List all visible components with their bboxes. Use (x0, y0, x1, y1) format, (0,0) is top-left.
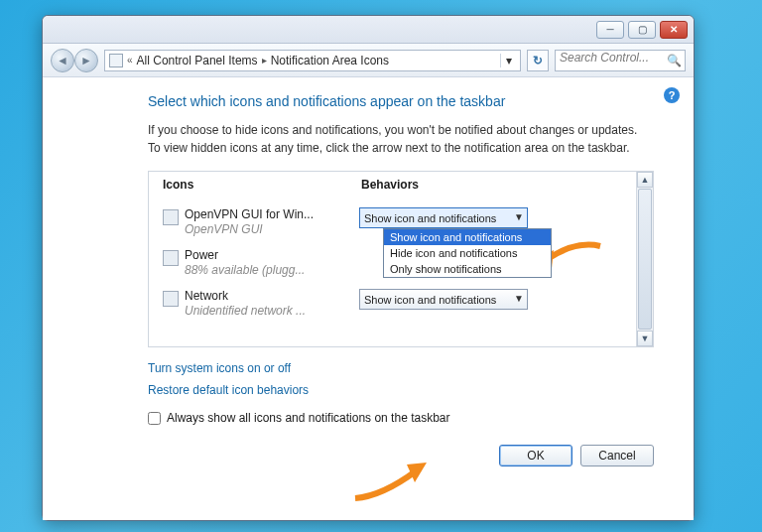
refresh-button[interactable]: ↻ (527, 50, 549, 71)
scroll-thumb[interactable] (638, 189, 652, 330)
content-pane: ? Select which icons and notifications a… (43, 77, 694, 520)
help-icon[interactable]: ? (664, 87, 680, 103)
table-row: Network Unidentified network ... Show ic… (163, 289, 624, 318)
control-panel-window: ─ ▢ ✕ ◄ ► « All Control Panel Items ▸ No… (42, 15, 695, 521)
network-icon (163, 291, 179, 307)
page-description: If you choose to hide icons and notifica… (148, 121, 644, 157)
behavior-select[interactable]: Show icon and notifications ▼ (359, 289, 528, 310)
behavior-select[interactable]: Show icon and notifications ▼ (359, 207, 528, 228)
chevron-down-icon: ▼ (514, 211, 524, 222)
power-icon (163, 250, 179, 266)
link-system-icons[interactable]: Turn system icons on or off (148, 361, 291, 375)
breadcrumb-current[interactable]: Notification Area Icons (271, 54, 389, 67)
page-title: Select which icons and notifications app… (148, 93, 674, 109)
dropdown-option[interactable]: Show icon and notifications (384, 229, 551, 245)
dropdown-option[interactable]: Hide icon and notifications (384, 245, 551, 261)
maximize-button[interactable]: ▢ (628, 21, 656, 39)
item-name: Power (185, 248, 359, 262)
nav-back-button[interactable]: ◄ (51, 49, 74, 72)
checkbox-label: Always show all icons and notifications … (167, 411, 450, 425)
scroll-up-button[interactable]: ▲ (637, 172, 653, 188)
search-icon: 🔍 (667, 54, 682, 67)
dropdown-option[interactable]: Only show notifications (384, 261, 551, 277)
app-icon (163, 209, 179, 225)
minimize-button[interactable]: ─ (596, 21, 624, 39)
nav-forward-button[interactable]: ► (74, 49, 98, 72)
always-show-checkbox[interactable] (148, 412, 161, 425)
behavior-dropdown: Show icon and notifications Hide icon an… (383, 228, 552, 278)
search-placeholder: Search Control... (560, 51, 649, 65)
scroll-down-button[interactable]: ▼ (637, 331, 653, 346)
address-dropdown-icon[interactable]: ▾ (500, 54, 516, 67)
titlebar: ─ ▢ ✕ (43, 16, 694, 44)
cancel-button[interactable]: Cancel (580, 445, 654, 466)
link-restore-defaults[interactable]: Restore default icon behaviors (148, 383, 309, 397)
scrollbar[interactable]: ▲ ▼ (636, 172, 653, 346)
icons-panel: Icons Behaviors OpenVPN GUI for Win... O… (148, 171, 654, 347)
item-sub: Unidentified network ... (185, 304, 359, 318)
item-sub: 88% available (plugg... (185, 263, 359, 277)
item-name: Network (185, 289, 359, 303)
select-value: Show icon and notifications (364, 212, 496, 224)
breadcrumb-root[interactable]: All Control Panel Items (137, 54, 258, 67)
select-value: Show icon and notifications (364, 294, 496, 306)
chevron-down-icon: ▼ (514, 293, 524, 304)
item-sub: OpenVPN GUI (185, 222, 359, 236)
ok-button[interactable]: OK (499, 445, 572, 466)
search-input[interactable]: Search Control... 🔍 (555, 50, 686, 71)
address-bar[interactable]: « All Control Panel Items ▸ Notification… (104, 50, 521, 71)
chevron-right-icon: ▸ (262, 55, 267, 66)
control-panel-icon (109, 54, 123, 67)
col-icons: Icons (163, 178, 361, 192)
col-behaviors: Behaviors (361, 178, 419, 192)
breadcrumb-sep: « (127, 55, 133, 66)
item-name: OpenVPN GUI for Win... (185, 207, 359, 221)
navbar: ◄ ► « All Control Panel Items ▸ Notifica… (43, 44, 694, 77)
close-button[interactable]: ✕ (660, 21, 688, 39)
